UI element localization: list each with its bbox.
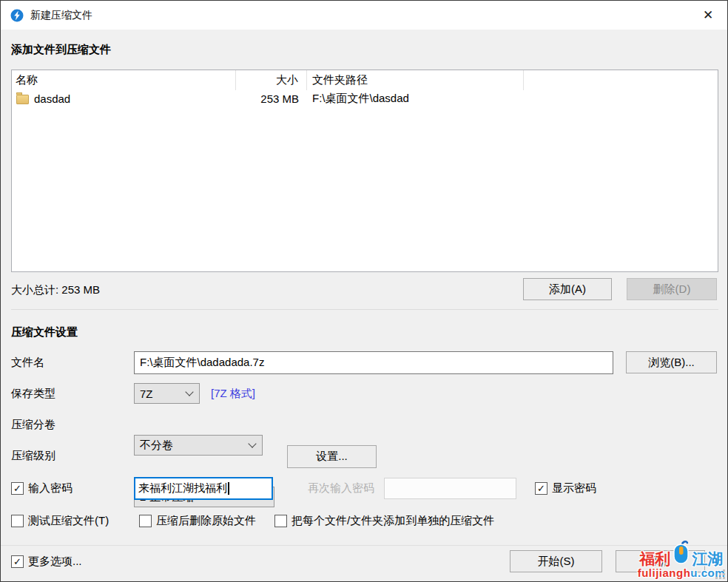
start-button[interactable]: 开始(S) bbox=[510, 550, 602, 572]
file-list-header: 名称 大小 文件夹路径 bbox=[12, 70, 718, 90]
total-size-label: 大小总计: 253 MB bbox=[11, 282, 100, 297]
checkbox-checked-icon bbox=[535, 482, 547, 495]
delete-original-checkbox[interactable]: 压缩后删除原始文件 bbox=[139, 514, 256, 527]
file-size: 253 MB bbox=[236, 90, 307, 107]
format-link[interactable]: [7Z 格式] bbox=[211, 383, 255, 404]
file-path: F:\桌面文件\dasdad bbox=[307, 90, 524, 107]
table-row[interactable]: dasdad 253 MB F:\桌面文件\dasdad bbox=[12, 90, 718, 107]
column-header-path[interactable]: 文件夹路径 bbox=[307, 70, 524, 90]
confirm-password-label: 再次输入密码 bbox=[308, 477, 374, 500]
window-title: 新建压缩文件 bbox=[30, 9, 92, 22]
password-checkbox[interactable]: 输入密码 bbox=[11, 477, 73, 500]
add-button[interactable]: 添加(A) bbox=[523, 278, 612, 300]
close-button[interactable]: ✕ bbox=[696, 4, 720, 26]
cancel-button[interactable]: 取消 bbox=[616, 550, 705, 572]
save-type-value: 7Z bbox=[140, 388, 153, 400]
column-header-empty bbox=[524, 70, 718, 90]
add-files-section-header: 添加文件到压缩文件 bbox=[11, 43, 111, 57]
titlebar[interactable]: 新建压缩文件 ✕ bbox=[1, 1, 727, 30]
new-archive-dialog: 新建压缩文件 ✕ 添加文件到压缩文件 名称 大小 文件夹路径 dasdad 25… bbox=[0, 0, 728, 582]
save-type-select[interactable]: 7Z bbox=[134, 383, 200, 404]
text-cursor bbox=[228, 482, 229, 495]
confirm-password-input bbox=[384, 478, 516, 499]
resize-grip[interactable] bbox=[715, 569, 725, 579]
chevron-down-icon bbox=[248, 439, 256, 447]
column-header-name[interactable]: 名称 bbox=[12, 70, 236, 90]
app-icon bbox=[10, 9, 24, 22]
folder-icon bbox=[16, 95, 29, 104]
volume-label: 压缩分卷 bbox=[11, 414, 55, 435]
volume-select[interactable]: 不分卷 bbox=[134, 435, 263, 456]
filename-label: 文件名 bbox=[11, 351, 44, 374]
more-options-checkbox[interactable]: 更多选项... bbox=[11, 554, 82, 569]
checkbox-unchecked-icon bbox=[139, 515, 152, 527]
save-type-label: 保存类型 bbox=[11, 383, 55, 404]
filename-input[interactable] bbox=[134, 351, 613, 374]
password-input[interactable]: 来福利江湖找福利 bbox=[134, 477, 273, 500]
volume-value: 不分卷 bbox=[140, 439, 173, 453]
section-separator bbox=[11, 309, 718, 310]
checkbox-checked-icon bbox=[11, 482, 24, 495]
show-password-checkbox[interactable]: 显示密码 bbox=[535, 477, 596, 500]
column-header-size[interactable]: 大小 bbox=[236, 70, 307, 90]
checkbox-unchecked-icon bbox=[11, 515, 24, 527]
checkbox-checked-icon bbox=[11, 555, 24, 568]
archive-settings-section-header: 压缩文件设置 bbox=[11, 325, 78, 339]
separate-archive-checkbox[interactable]: 把每个文件/文件夹添加到单独的压缩文件 bbox=[274, 514, 494, 527]
settings-button[interactable]: 设置... bbox=[287, 445, 377, 468]
test-archive-checkbox[interactable]: 测试压缩文件(T) bbox=[11, 514, 109, 527]
chevron-down-icon bbox=[185, 388, 193, 396]
file-name: dasdad bbox=[34, 92, 70, 105]
level-label: 压缩级别 bbox=[11, 445, 55, 466]
password-value: 来福利江湖找福利 bbox=[138, 481, 227, 495]
footer-separator bbox=[1, 545, 728, 546]
browse-button[interactable]: 浏览(B)... bbox=[626, 351, 717, 373]
checkbox-unchecked-icon bbox=[274, 515, 287, 527]
delete-button: 删除(D) bbox=[627, 278, 717, 300]
file-list: 名称 大小 文件夹路径 dasdad 253 MB F:\桌面文件\dasdad bbox=[11, 70, 718, 272]
